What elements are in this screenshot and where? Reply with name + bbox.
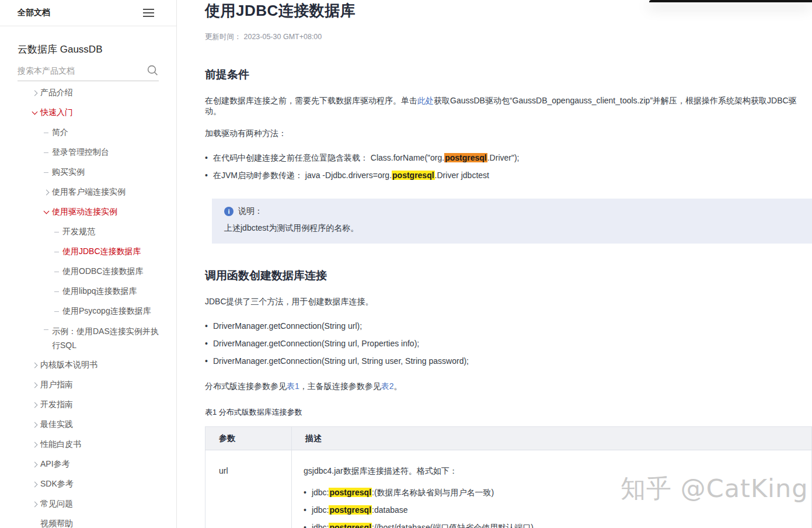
chevron-right-icon	[32, 363, 40, 367]
sidebar-item-login-console[interactable]: 登录管理控制台	[0, 143, 176, 162]
update-time-label: 更新时间：	[205, 33, 242, 41]
table-ref-paragraph: 分布式版连接参数参见表1，主备版连接参数参见表2。	[205, 381, 812, 392]
all-docs-link[interactable]: 全部文档	[18, 8, 50, 18]
info-icon	[224, 207, 234, 216]
main-content: 使用JDBC连接数据库 更新时间：2023-05-30 GMT+08:00 前提…	[177, 0, 812, 528]
page-title: 使用JDBC连接数据库	[205, 0, 812, 21]
sidebar-item-product-intro[interactable]: 产品介绍	[0, 83, 176, 103]
sidebar-item-driver-connect[interactable]: 使用驱动连接实例	[0, 202, 176, 222]
search-highlight: postgresql	[329, 488, 372, 497]
dash-icon	[54, 272, 62, 272]
sidebar-item-user-guide[interactable]: 用户指南	[0, 375, 176, 395]
chevron-right-icon	[32, 383, 40, 387]
list-item: 在代码中创建连接之前任意位置隐含装载： Class.forName("org.p…	[205, 149, 812, 166]
load-driver-intro: 加载驱动有两种方法：	[205, 128, 812, 139]
dash-icon	[44, 172, 52, 173]
table-header-row: 参数 描述	[205, 427, 812, 450]
sidebar-item-dev-spec[interactable]: 开发规范	[0, 222, 176, 242]
sidebar-header: 全部文档	[0, 0, 176, 26]
sidebar-item-libpq[interactable]: 使用libpq连接数据库	[0, 282, 176, 301]
search-box	[18, 64, 159, 81]
dash-icon	[44, 133, 52, 133]
search-input[interactable]	[18, 66, 147, 75]
chevron-right-icon	[32, 502, 40, 506]
chevron-right-icon	[32, 443, 40, 447]
chevron-right-icon	[32, 482, 40, 487]
sidebar-item-perf-whitepaper[interactable]: 性能白皮书	[0, 435, 176, 454]
table-caption: 表1 分布式版数据库连接参数	[205, 407, 812, 418]
list-item: DriverManager.getConnection(String url);	[205, 317, 812, 335]
sidebar-item-dev-guide[interactable]: 开发指南	[0, 395, 176, 415]
table2-link[interactable]: 表2	[381, 381, 394, 391]
dash-icon	[44, 152, 52, 153]
product-title: 云数据库 GaussDB	[18, 43, 159, 56]
overlay-window-edge	[649, 0, 812, 2]
chevron-right-icon	[32, 91, 40, 95]
methods-list: DriverManager.getConnection(String url);…	[205, 317, 812, 370]
search-highlight-current: postgresql	[444, 153, 487, 162]
here-link[interactable]: 此处	[417, 96, 434, 105]
hamburger-icon[interactable]	[143, 9, 154, 17]
search-highlight: postgresql	[392, 171, 435, 180]
list-item: DriverManager.getConnection(String url, …	[205, 335, 812, 352]
connect-intro: JDBC提供了三个方法，用于创建数据库连接。	[205, 297, 812, 307]
sidebar-item-odbc[interactable]: 使用ODBC连接数据库	[0, 262, 176, 282]
update-time-value: 2023-05-30 GMT+08:00	[244, 33, 322, 41]
list-item: 在JVM启动时参数传递： java -Djdbc.drivers=org.pos…	[205, 166, 812, 184]
chevron-right-icon	[32, 423, 40, 427]
dash-icon	[54, 291, 62, 292]
chevron-down-icon	[44, 211, 52, 213]
chevron-down-icon	[32, 112, 40, 114]
section-heading-prerequisites: 前提条件	[205, 67, 812, 82]
chevron-right-icon	[44, 190, 52, 194]
sidebar-item-api-ref[interactable]: API参考	[0, 454, 176, 474]
list-item: DriverManager.getConnection(String url, …	[205, 352, 812, 370]
note-box: 说明： 上述jdbctest为测试用例程序的名称。	[212, 199, 812, 244]
sidebar-item-video-help[interactable]: 视频帮助	[0, 514, 176, 528]
chevron-right-icon	[32, 463, 40, 467]
dash-icon	[54, 311, 62, 312]
section-heading-connect: 调用函数创建数据库连接	[205, 268, 812, 283]
sidebar-item-das-example[interactable]: 示例：使用DAS连接实例并执行SQL	[0, 321, 176, 355]
table1-link[interactable]: 表1	[287, 381, 299, 391]
chevron-right-icon	[32, 403, 40, 407]
dash-icon	[54, 252, 62, 252]
sidebar-item-kernel-notes[interactable]: 内核版本说明书	[0, 355, 176, 375]
note-label: 说明：	[238, 206, 263, 217]
column-header-param: 参数	[205, 427, 292, 450]
sidebar-item-best-practice[interactable]: 最佳实践	[0, 415, 176, 435]
sidebar-item-client-connect[interactable]: 使用客户端连接实例	[0, 182, 176, 202]
column-header-desc: 描述	[292, 427, 812, 450]
sidebar-item-buy-instance[interactable]: 购买实例	[0, 162, 176, 182]
dash-icon	[44, 329, 52, 330]
search-highlight: postgresql	[329, 505, 372, 515]
dash-icon	[54, 232, 62, 232]
sidebar-item-intro[interactable]: 简介	[0, 123, 176, 143]
prereq-paragraph: 在创建数据库连接之前，需要先下载数据库驱动程序。单击此处获取GaussDB驱动包…	[205, 96, 812, 117]
sidebar-item-psycopg[interactable]: 使用Psycopg连接数据库	[0, 301, 176, 321]
nav-tree: 产品介绍 快速入门 简介 登录管理控制台 购买实例 使用客户端连接实例 使用驱动…	[0, 83, 176, 528]
sidebar: 全部文档 云数据库 GaussDB 产品介绍 快速入门 简介 登录管理控制台 购…	[0, 0, 177, 528]
sidebar-item-faq[interactable]: 常见问题	[0, 494, 176, 514]
zhihu-watermark: 知乎 @CatKing	[621, 472, 808, 506]
sidebar-item-quick-start[interactable]: 快速入门	[0, 103, 176, 123]
param-cell: url	[205, 450, 292, 528]
sidebar-item-jdbc-current[interactable]: 使用JDBC连接数据库	[0, 242, 176, 262]
note-text: 上述jdbctest为测试用例程序的名称。	[224, 223, 800, 234]
sidebar-item-sdk-ref[interactable]: SDK参考	[0, 474, 176, 494]
search-icon[interactable]	[147, 64, 159, 77]
doc-app: 全部文档 云数据库 GaussDB 产品介绍 快速入门 简介 登录管理控制台 购…	[0, 0, 812, 528]
update-time: 更新时间：2023-05-30 GMT+08:00	[205, 32, 812, 42]
search-highlight: postgresql	[329, 523, 372, 528]
list-item: jdbc:postgresql://host/database(端口值缺省会使用…	[304, 519, 811, 528]
load-driver-list: 在代码中创建连接之前任意位置隐含装载： Class.forName("org.p…	[205, 149, 812, 184]
